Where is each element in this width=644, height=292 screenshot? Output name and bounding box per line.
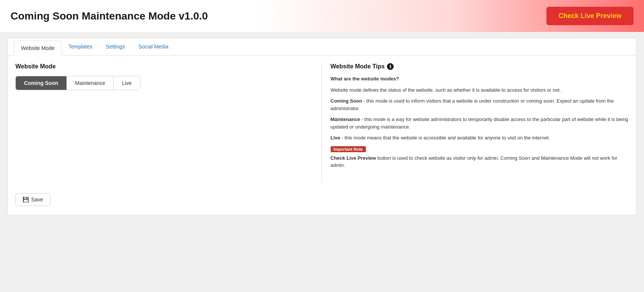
tab-templates[interactable]: Templates <box>62 38 99 56</box>
coming-soon-tip: Coming Soon - this mode is used to infor… <box>331 97 629 112</box>
check-live-preview-button[interactable]: Check Live Preview <box>546 7 633 25</box>
what-are-desc: Website mode defines the status of the w… <box>331 86 629 94</box>
maintenance-tip: Maintenance - this mode is a way for web… <box>331 116 629 130</box>
left-panel: Website Mode Coming Soon Maintenance Liv… <box>15 63 322 183</box>
right-panel: Website Mode Tips ℹ What are the website… <box>322 63 629 183</box>
what-are-label: What are the website modes? <box>331 75 629 83</box>
save-button-label: Save <box>31 197 43 203</box>
live-tip: Live - this mode means that the website … <box>331 134 629 142</box>
mode-maintenance-button[interactable]: Maintenance <box>67 76 114 90</box>
mode-button-group: Coming Soon Maintenance Live <box>15 76 140 90</box>
info-icon: ℹ <box>387 63 394 70</box>
important-note-badge: Important Note <box>331 146 366 152</box>
tips-title: Website Mode Tips ℹ <box>331 63 629 70</box>
main-content: Website Mode Templates Settings Social M… <box>0 32 644 223</box>
important-note-text: Check Live Preview button is used to che… <box>331 154 629 169</box>
tips-content: What are the website modes? Website mode… <box>331 75 629 169</box>
mode-live-button[interactable]: Live <box>114 76 140 90</box>
important-note-badge-wrapper: Important Note <box>331 145 629 154</box>
page-title: Coming Soon Maintenance Mode v1.0.0 <box>11 10 208 22</box>
main-card: Website Mode Templates Settings Social M… <box>8 38 636 215</box>
save-icon: 💾 <box>23 197 29 203</box>
header: Coming Soon Maintenance Mode v1.0.0 Chec… <box>0 0 644 32</box>
tab-website-mode[interactable]: Website Mode <box>14 41 62 56</box>
tips-title-text: Website Mode Tips <box>331 63 385 70</box>
tab-social-media[interactable]: Social Media <box>132 38 175 56</box>
tab-bar: Website Mode Templates Settings Social M… <box>8 38 636 56</box>
save-section: 💾 Save <box>8 187 636 206</box>
left-panel-title: Website Mode <box>15 63 314 70</box>
card-body: Website Mode Coming Soon Maintenance Liv… <box>8 56 636 187</box>
save-button[interactable]: 💾 Save <box>15 193 50 206</box>
mode-coming-soon-button[interactable]: Coming Soon <box>16 76 67 90</box>
tab-settings[interactable]: Settings <box>99 38 132 56</box>
